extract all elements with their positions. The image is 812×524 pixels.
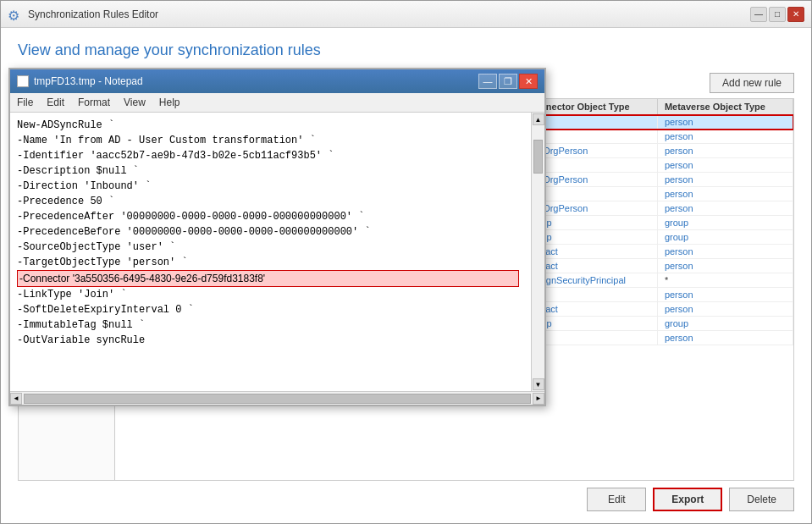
col-metaverse-object-type: Metaverse Object Type — [657, 99, 793, 115]
maximize-button[interactable]: □ — [769, 7, 786, 22]
app-icon: ⚙ — [8, 8, 21, 21]
delete-button[interactable]: Delete — [729, 488, 794, 511]
edit-button[interactable]: Edit — [587, 488, 646, 511]
export-button[interactable]: Export — [653, 488, 722, 511]
close-button[interactable]: ✕ — [787, 7, 804, 22]
menu-format[interactable]: Format — [71, 95, 117, 110]
np-restore-button[interactable]: ❐ — [499, 74, 517, 89]
notepad-menu: File Edit Format View Help — [10, 93, 544, 113]
bottom-buttons: Edit Export Delete — [18, 481, 794, 513]
add-rule-button[interactable]: Add new rule — [710, 73, 794, 93]
minimize-button[interactable]: — — [750, 7, 767, 22]
scrollbar-thumb[interactable] — [533, 140, 543, 174]
notepad-icon — [17, 75, 29, 87]
notepad-controls: — ❐ ✕ — [478, 74, 538, 89]
menu-file[interactable]: File — [10, 95, 40, 110]
notepad-title-left: tmpFD13.tmp - Notepad — [17, 75, 143, 87]
main-window: ⚙ Synchronization Rules Editor — □ ✕ Vie… — [0, 0, 812, 524]
notepad-scrollbar[interactable]: ▲ ▼ — [531, 113, 544, 391]
window-controls: — □ ✕ — [750, 7, 804, 22]
np-minimize-button[interactable]: — — [478, 74, 497, 89]
notepad-text-area[interactable]: New-ADSyncRule ` -Name 'In from AD - Use… — [10, 113, 531, 391]
title-bar-left: ⚙ Synchronization Rules Editor — [8, 8, 158, 21]
menu-edit[interactable]: Edit — [40, 95, 71, 110]
menu-help[interactable]: Help — [152, 95, 187, 110]
notepad-window: tmpFD13.tmp - Notepad — ❐ ✕ File Edit Fo… — [8, 68, 546, 406]
notepad-hscroll[interactable]: ◄ ► — [10, 391, 544, 405]
notepad-title-bar: tmpFD13.tmp - Notepad — ❐ ✕ — [10, 69, 544, 93]
np-close-button[interactable]: ✕ — [519, 74, 538, 89]
menu-view[interactable]: View — [117, 95, 152, 110]
title-bar: ⚙ Synchronization Rules Editor — □ ✕ — [1, 1, 811, 28]
window-title: Synchronization Rules Editor — [28, 8, 158, 20]
notepad-body: New-ADSyncRule ` -Name 'In from AD - Use… — [10, 113, 544, 391]
page-heading: View and manage your synchronization rul… — [18, 41, 794, 59]
notepad-title-text: tmpFD13.tmp - Notepad — [34, 75, 143, 87]
